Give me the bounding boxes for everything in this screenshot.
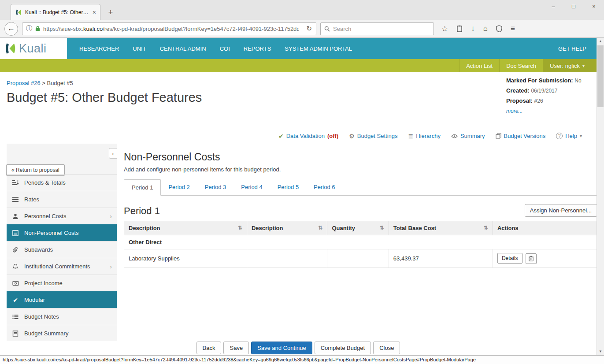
bell-icon (11, 264, 19, 270)
tab-period-4[interactable]: Period 4 (233, 179, 270, 196)
tab-close-icon[interactable]: × (93, 9, 96, 16)
banknote-icon (11, 281, 19, 286)
data-validation-button[interactable]: ✔ Data Validation (off) (278, 133, 338, 140)
budget-versions-button[interactable]: Budget Versions (496, 133, 546, 139)
sort-amount-icon (11, 180, 19, 186)
person-icon (11, 213, 19, 219)
nav-central-admin[interactable]: CENTRAL ADMIN (160, 45, 206, 52)
more-link[interactable]: more... (506, 108, 522, 114)
tab-period-1[interactable]: Period 1 (124, 179, 161, 196)
save-button[interactable]: Save (223, 342, 249, 354)
nav-system-admin-portal[interactable]: SYSTEM ADMIN PORTAL (285, 45, 352, 52)
sidebar-item-periods-totals[interactable]: Periods & Totals (7, 174, 117, 191)
action-list-link[interactable]: Action List (459, 59, 499, 72)
meta-value: 06/19/2017 (531, 88, 557, 94)
complete-budget-button[interactable]: Complete Budget (315, 342, 371, 354)
kuali-logo[interactable]: Kuali (0, 38, 67, 59)
sidebar-item-project-income[interactable]: Project Income (7, 275, 117, 291)
search-input[interactable] (333, 26, 430, 32)
scrollbar-thumb[interactable] (597, 45, 604, 107)
sidebar-item-personnel-costs[interactable]: Personnel Costs › (7, 208, 117, 224)
sidebar-collapse-button[interactable]: ‹ (109, 148, 117, 159)
sidebar-item-rates[interactable]: Rates (7, 191, 117, 208)
sidebar-item-non-personnel-costs[interactable]: Non-Personnel Costs (7, 224, 117, 241)
back-button[interactable]: ← (4, 22, 18, 36)
tab-period-5[interactable]: Period 5 (270, 179, 306, 196)
scroll-up-icon[interactable]: ▲ (597, 38, 604, 45)
url-bar[interactable]: ⓘ https://siue-sbx.kuali.co/res/kc-pd-kr… (22, 22, 316, 35)
bookmark-star-icon[interactable]: ☆ (441, 24, 448, 33)
nav-reports[interactable]: REPORTS (244, 45, 271, 52)
vertical-scrollbar[interactable]: ▲ ▼ (597, 38, 604, 355)
reload-button[interactable]: ↻ (302, 23, 316, 35)
sort-icon[interactable]: ⇅ (238, 225, 242, 231)
new-tab-button[interactable]: + (104, 6, 117, 19)
get-help-link[interactable]: GET HELP (558, 45, 586, 52)
column-header-description-2[interactable]: Description⇅ (247, 221, 327, 235)
chevron-down-icon: ▾ (582, 63, 585, 68)
home-icon[interactable]: ⌂ (483, 24, 488, 33)
hierarchy-button[interactable]: ≣ Hierarchy (408, 133, 441, 140)
meta-value: #26 (534, 98, 543, 104)
menu-icon[interactable]: ≡ (511, 24, 515, 33)
tab-period-6[interactable]: Period 6 (306, 179, 342, 196)
sort-icon[interactable]: ⇅ (380, 225, 384, 231)
nav-unit[interactable]: UNIT (133, 45, 146, 52)
period-title: Period 1 (124, 205, 160, 217)
cell-description: Laboratory Supplies (124, 249, 247, 268)
close-window-button[interactable]: × (584, 0, 604, 13)
nav-coi[interactable]: COI (220, 45, 230, 52)
app-header: Kuali RESEARCHER UNIT CENTRAL ADMIN COI … (0, 38, 604, 59)
scroll-down-icon[interactable]: ▼ (597, 348, 604, 355)
sidebar-item-institutional-commitments[interactable]: Institutional Commitments › (7, 258, 117, 275)
meta-label: Proposal: (506, 97, 533, 104)
lock-icon (35, 26, 40, 32)
breadcrumb-proposal-link[interactable]: Proposal #26 (7, 80, 41, 86)
tab-title: Kuali :: Budget #5: Other Bud (25, 9, 89, 15)
check-icon: ✔ (11, 297, 19, 304)
url-text: https://siue-sbx.kuali.co/res/kc-pd-krad… (43, 26, 299, 32)
nav-researcher[interactable]: RESEARCHER (79, 45, 119, 52)
budget-settings-button[interactable]: ⚙ Budget Settings (349, 133, 397, 140)
help-button[interactable]: ? Help ▾ (556, 133, 582, 139)
tab-period-3[interactable]: Period 3 (197, 179, 233, 196)
meta-value: No (574, 78, 581, 84)
user-label: User: nglick (550, 63, 580, 69)
summary-button[interactable]: Summary (451, 133, 485, 139)
downloads-icon[interactable]: ↓ (471, 24, 475, 33)
sidebar-item-modular[interactable]: ✔ Modular (7, 291, 117, 308)
sort-icon[interactable]: ⇅ (484, 225, 488, 231)
summary-document-icon (11, 331, 19, 337)
sidebar-item-budget-notes[interactable]: Budget Notes (7, 308, 117, 325)
sidebar-item-subawards[interactable]: Subawards (7, 241, 117, 258)
save-and-continue-button[interactable]: Save and Continue (251, 342, 312, 354)
doc-search-link[interactable]: Doc Search (499, 59, 543, 72)
column-header-quantity[interactable]: Quantity⇅ (327, 221, 389, 235)
chevron-right-icon: › (110, 263, 112, 270)
sort-icon[interactable]: ⇅ (318, 225, 322, 231)
maximize-button[interactable]: □ (563, 0, 584, 13)
column-header-description[interactable]: Description⇅ (124, 221, 247, 235)
breadcrumb-current: Budget #5 (47, 80, 73, 86)
assign-non-personnel-button[interactable]: Assign Non-Personnel... (525, 204, 597, 217)
browser-tab[interactable]: Kuali :: Budget #5: Other Bud × (11, 4, 100, 20)
column-header-total-base-cost[interactable]: Total Base Cost⇅ (389, 221, 493, 235)
group-row: Other Direct (124, 235, 597, 249)
minimize-button[interactable]: – (543, 0, 563, 13)
clipboard-icon[interactable] (456, 25, 463, 32)
delete-button[interactable] (526, 253, 537, 264)
table-row: Laboratory Supplies 63,439.37 Details (124, 249, 597, 268)
section-heading: Non-Personnel Costs (124, 151, 597, 163)
close-button[interactable]: Close (373, 342, 400, 354)
user-menu[interactable]: User: nglick ▾ (543, 59, 604, 72)
back-action-button[interactable]: Back (196, 342, 222, 354)
search-bar[interactable] (320, 22, 434, 35)
cell-actions: Details (493, 249, 597, 268)
details-button[interactable]: Details (497, 253, 522, 264)
budget-toolbar: ✔ Data Validation (off) ⚙ Budget Setting… (0, 128, 604, 144)
info-icon[interactable]: ⓘ (26, 25, 32, 33)
sidebar-item-budget-summary[interactable]: Budget Summary (7, 325, 117, 341)
tab-period-2[interactable]: Period 2 (161, 179, 197, 196)
shield-icon[interactable] (496, 25, 502, 32)
notes-icon (11, 314, 19, 319)
